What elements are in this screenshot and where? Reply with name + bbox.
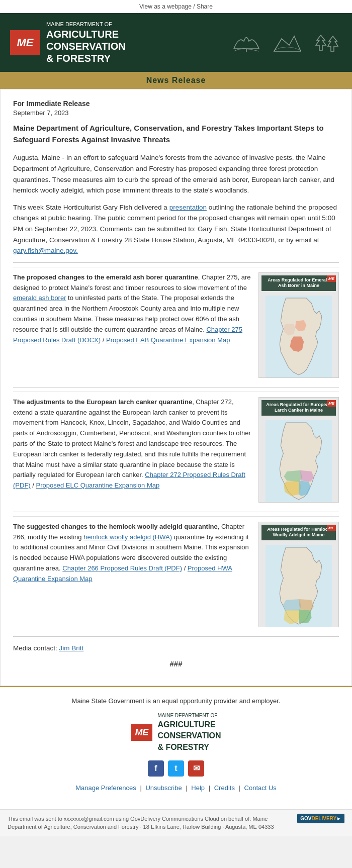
dept-line1: MAINE DEPARTMENT OF	[46, 21, 126, 28]
trees-icon	[312, 31, 342, 54]
presentation-link[interactable]: presentation	[169, 204, 207, 211]
facebook-icon[interactable]: f	[148, 760, 164, 777]
social-icons: f t ✉	[10, 760, 342, 777]
main-content: For Immediate Release September 7, 2023 …	[0, 89, 352, 686]
elc-link2[interactable]: Proposed ELC Quarantine Expansion Map	[36, 481, 160, 489]
eab-map-title: Areas Regulated for Emerald Ash Borer in…	[261, 275, 336, 291]
footer: Maine State Government is an equal oppor…	[0, 686, 352, 809]
facebook-label: f	[154, 764, 157, 773]
credits-link[interactable]: Credits	[214, 784, 235, 792]
footer-sep2: |	[186, 784, 189, 792]
eab-map-logo: ME	[327, 275, 336, 282]
elc-section: The adjustments to the European larch ca…	[13, 392, 339, 508]
media-contact-label: Media contact:	[13, 644, 59, 652]
top-bar: View as a webpage / Share	[0, 0, 352, 13]
help-link[interactable]: Help	[191, 784, 205, 792]
hwa-title-bold: The suggested changes to the hemlock woo…	[13, 523, 218, 530]
topbar-separator: /	[193, 3, 197, 10]
footer-equal-text: Maine State Government is an equal oppor…	[10, 697, 342, 705]
eab-section: The proposed changes to the emerald ash …	[13, 267, 339, 383]
news-release-label: News Release	[146, 76, 206, 84]
govdelivery-badge: GOVDELIVERY►	[297, 814, 344, 823]
hwa-map-title: Areas Regulated for Hemlock Woolly Adelg…	[261, 525, 336, 540]
end-mark: ###	[13, 659, 339, 668]
email-label: ✉	[193, 763, 200, 773]
header: ME MAINE DEPARTMENT OF AGRICULTURECONSER…	[0, 13, 352, 72]
hwa-text: The suggested changes to the hemlock woo…	[13, 522, 252, 627]
view-as-webpage-link[interactable]: View as a webpage	[139, 3, 192, 10]
eab-title-bold: The proposed changes to the emerald ash …	[13, 273, 198, 281]
address-section: GOVDELIVERY► This email was sent to xxxx…	[0, 809, 352, 836]
share-link[interactable]: Share	[197, 3, 213, 10]
article-date: September 7, 2023	[13, 109, 339, 117]
twitter-icon[interactable]: t	[168, 760, 184, 777]
header-icons	[231, 31, 342, 54]
elc-text1: , Chapter 272, extend a state quarantine…	[13, 398, 251, 479]
footer-dept-line1: MAINE DEPARTMENT OF	[157, 712, 221, 719]
news-release-bar: News Release	[0, 72, 352, 89]
section-divider-2	[13, 387, 339, 388]
hwa-map-logo: ME	[327, 525, 336, 531]
logo-box: ME	[10, 30, 40, 55]
eab-text: The proposed changes to the emerald ash …	[13, 272, 252, 378]
twitter-label: t	[174, 764, 177, 773]
section-divider-4	[13, 636, 339, 637]
footer-logo-box: ME	[131, 724, 152, 741]
section-divider-3	[13, 512, 339, 512]
manage-preferences-link[interactable]: Manage Preferences	[75, 784, 136, 792]
footer-logo-me: ME	[135, 727, 148, 737]
footer-sep4: |	[239, 784, 242, 792]
address-text: This email was sent to xxxxxxx@gmail.com…	[8, 815, 344, 831]
section-divider-1	[13, 262, 339, 263]
hwa-link2[interactable]: Chapter 266 Proposed Rules Draft (PDF)	[62, 564, 182, 572]
footer-sep1: |	[140, 784, 143, 792]
dept-main-name: AGRICULTURECONSERVATION& FORESTRY	[46, 28, 126, 64]
eab-link1[interactable]: emerald ash borer	[13, 294, 66, 302]
footer-links: Manage Preferences | Unsubscribe | Help …	[10, 784, 342, 792]
media-contact: Media contact: Jim Britt	[13, 644, 339, 652]
hwa-link1[interactable]: hemlock woolly adelgid (HWA)	[83, 533, 172, 541]
mountain-icon	[272, 31, 302, 54]
unsubscribe-link[interactable]: Unsubscribe	[145, 784, 182, 792]
para2-before: This week State Horticulturist Gary Fish…	[13, 204, 169, 211]
email-icon[interactable]: ✉	[188, 760, 204, 777]
for-immediate-release: For Immediate Release	[13, 100, 339, 108]
logo-me-text: ME	[17, 36, 34, 49]
footer-dept-main: AGRICULTURECONSERVATION& FORESTRY	[157, 719, 221, 753]
footer-logo-area: ME MAINE DEPARTMENT OF AGRICULTURECONSER…	[10, 712, 342, 753]
elc-map-logo: ME	[327, 400, 336, 407]
department-name: MAINE DEPARTMENT OF AGRICULTURECONSERVAT…	[46, 21, 126, 64]
eab-map-image: Areas Regulated for Emerald Ash Borer in…	[258, 272, 339, 378]
hwa-section: The suggested changes to the hemlock woo…	[13, 516, 339, 632]
media-contact-link[interactable]: Jim Britt	[59, 644, 84, 652]
hwa-map-image: Areas Regulated for Hemlock Woolly Adelg…	[258, 522, 339, 627]
footer-sep3: |	[209, 784, 212, 792]
field-icon	[231, 31, 261, 54]
elc-map-title: Areas Regulated for European Larch Canke…	[261, 400, 336, 416]
email-link[interactable]: gary.fish@maine.gov.	[13, 247, 78, 254]
elc-text: The adjustments to the European larch ca…	[13, 397, 252, 503]
article-headline: Maine Department of Agriculture, Conserv…	[13, 123, 339, 145]
footer-dept-name: MAINE DEPARTMENT OF AGRICULTURECONSERVAT…	[157, 712, 221, 753]
article-para1: Augusta, Maine - In an effort to safegua…	[13, 152, 339, 196]
elc-map-image: Areas Regulated for European Larch Canke…	[258, 397, 339, 503]
contact-us-link[interactable]: Contact Us	[244, 784, 277, 792]
logo-area: ME MAINE DEPARTMENT OF AGRICULTURECONSER…	[10, 21, 126, 64]
article-para2: This week State Horticulturist Gary Fish…	[13, 202, 339, 256]
elc-title-bold: The adjustments to the European larch ca…	[13, 398, 192, 406]
eab-link3[interactable]: Proposed EAB Quarantine Expansion Map	[106, 336, 230, 344]
